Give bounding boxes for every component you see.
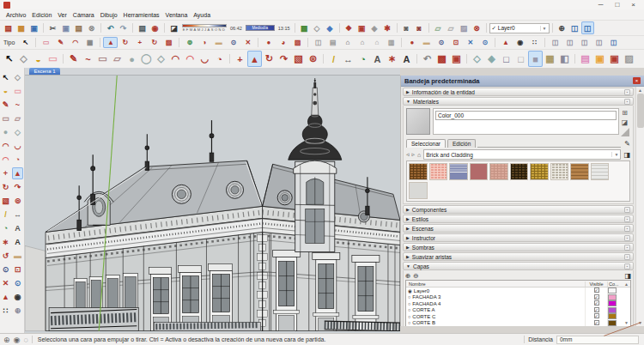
style-builder-icon[interactable]: ◙ <box>413 21 426 34</box>
section-detail-icon[interactable]: ▪ <box>624 99 630 105</box>
position-person-icon[interactable]: ◆ <box>324 21 337 34</box>
scale-sm-icon[interactable]: ▧ <box>161 37 176 48</box>
table-scroll-up-icon[interactable]: ▲ <box>623 281 630 287</box>
layer-radio[interactable]: ○ <box>408 307 410 312</box>
layer-visible-checkbox[interactable]: ✓ <box>594 307 599 312</box>
scene-tab[interactable]: Escena 1 <box>29 68 60 75</box>
arc-icon[interactable]: ◠ <box>168 51 183 67</box>
set-default-icon[interactable]: ◪ <box>622 118 629 126</box>
zoom-window-icon[interactable]: ⊡ <box>448 37 463 48</box>
tab-edicion[interactable]: Edición <box>447 139 476 148</box>
zoom-t-icon[interactable]: ⊙ <box>0 263 11 275</box>
offset-sm-icon[interactable]: ⊚ <box>182 37 197 48</box>
arc-3pt-icon[interactable]: ◡ <box>197 51 212 67</box>
layer-visible-checkbox[interactable]: ✓ <box>594 294 599 300</box>
redo-icon[interactable]: ↷ <box>117 21 130 34</box>
polygon-icon[interactable]: ◇ <box>154 51 168 67</box>
swatch-concrete-light[interactable] <box>409 182 428 199</box>
shadow-dialog-icon[interactable]: ▣ <box>607 51 622 67</box>
paint-sm-icon[interactable]: ● <box>261 37 276 48</box>
eraser-sm-icon[interactable]: ▭ <box>39 37 53 48</box>
swatch-brick-salmon[interactable] <box>429 163 448 180</box>
offset-icon[interactable]: ⊚ <box>306 51 320 67</box>
section-suavizararistas[interactable]: ▶Suavizar aristas▪ <box>403 252 634 261</box>
shelf-icon[interactable]: ▥ <box>384 37 398 48</box>
cabinet-icon[interactable]: ▤ <box>325 37 340 48</box>
scrollbar-thumb[interactable] <box>637 94 644 128</box>
line-sm-icon[interactable]: ✎ <box>53 37 68 48</box>
protractor-t-icon[interactable]: ◔ <box>0 222 11 234</box>
select-t-icon[interactable]: ↖ <box>0 71 11 83</box>
section-detail-icon[interactable]: ▪ <box>624 263 630 269</box>
layer-visible-checkbox[interactable]: ✓ <box>594 300 599 306</box>
followme-sm-icon[interactable]: ↻ <box>118 37 132 48</box>
material-category-dropdown[interactable]: Brick and Cladding ▼ <box>423 149 621 160</box>
add-layer-icon[interactable]: ⊕ <box>405 272 410 280</box>
menu-ver[interactable]: Ver <box>58 12 67 18</box>
hidden-line-icon[interactable]: □ <box>513 51 528 67</box>
section-detail-icon[interactable]: ▪ <box>624 245 630 251</box>
shaded-textures-icon[interactable]: ▦ <box>543 51 557 67</box>
details-icon[interactable]: ◨ <box>623 151 630 159</box>
component-edit-icon[interactable]: ◫ <box>568 21 581 34</box>
building-pair-5-icon[interactable]: ◫ <box>606 37 621 48</box>
circle-icon[interactable]: ● <box>125 51 139 67</box>
extension-warehouse-icon[interactable]: ✱ <box>381 21 394 34</box>
ball-red-icon[interactable]: ● <box>404 37 419 48</box>
section-entity-info[interactable]: ▶ Información de la entidad ▪ <box>403 88 634 96</box>
shadow-toggle-icon[interactable]: ▣ <box>592 51 607 67</box>
shadow-date-icon[interactable]: ▤ <box>578 51 592 67</box>
3dtext-t-icon[interactable]: A <box>12 236 23 248</box>
section-capas[interactable]: ▼ Capas ▪ <box>403 262 634 270</box>
selbox-t-icon[interactable]: ◇ <box>12 71 23 83</box>
swatch-brick-gold[interactable] <box>530 163 549 180</box>
col-nombre[interactable]: Nombre <box>406 281 586 287</box>
menu-ayuda[interactable]: Ayuda <box>193 12 210 18</box>
layer-radio[interactable]: ○ <box>408 294 410 300</box>
tray-close-icon[interactable]: × <box>633 77 641 84</box>
back-arrow-icon[interactable]: ◃ <box>406 151 410 158</box>
match-photo-icon[interactable]: ◇ <box>311 21 324 34</box>
tab-seleccionar[interactable]: Seleccionar <box>406 139 446 148</box>
share-model-icon[interactable]: ▣ <box>355 21 368 34</box>
home-icon[interactable]: ⌂ <box>417 152 421 158</box>
walk-t-icon[interactable]: ∷ <box>0 305 11 317</box>
layer-color-swatch[interactable] <box>608 300 617 306</box>
layer-visible-checkbox[interactable]: ✓ <box>594 313 599 318</box>
rocket-icon[interactable]: ▲ <box>498 37 513 48</box>
minimize-button[interactable]: ─ <box>598 1 604 9</box>
distancia-field[interactable]: 0mm <box>556 336 639 344</box>
look-around-icon[interactable]: ◉ <box>513 37 527 48</box>
monochrome-icon[interactable]: ◧ <box>557 51 572 67</box>
section-outer-icon[interactable]: ⊗ <box>471 21 483 34</box>
section-t-icon[interactable]: ⊕ <box>12 305 23 317</box>
paint-icon[interactable]: ◒ <box>31 51 46 67</box>
move-t-icon[interactable]: + <box>0 167 11 179</box>
dropdown-arrow-icon[interactable]: ▼ <box>540 26 547 31</box>
scale-icon[interactable]: ▧ <box>291 51 306 67</box>
menu-dibujo[interactable]: Dibujo <box>100 12 118 18</box>
layers-detail-icon[interactable]: ◨ <box>624 272 631 280</box>
arc2-t-icon[interactable]: ◡ <box>12 140 23 152</box>
section-materiales[interactable]: ▼ Materiales ▪ <box>403 97 634 106</box>
pan-sm-icon[interactable]: ▬ <box>211 37 226 48</box>
tape-t-icon[interactable]: / <box>0 209 11 221</box>
section-detail-icon[interactable]: ▪ <box>624 226 630 232</box>
follow-me-icon[interactable]: ↷ <box>276 51 291 67</box>
layer-row-corte-a[interactable]: ○CORTE A✓ <box>406 307 630 314</box>
rotate-t-icon[interactable]: ↻ <box>0 181 11 193</box>
pan-t-icon[interactable]: ▬ <box>12 250 23 262</box>
layer-color-swatch[interactable] <box>608 288 617 294</box>
maximize-button[interactable]: □ <box>615 1 619 9</box>
house-1-icon[interactable]: ⌂ <box>340 37 355 48</box>
zoom-ext-2-icon[interactable]: ✕ <box>463 37 477 48</box>
layer-radio[interactable]: ○ <box>408 314 410 319</box>
menu-ventana[interactable]: Ventana <box>166 12 188 18</box>
pushpull-t-icon[interactable]: ▲ <box>12 167 23 179</box>
get-models-icon[interactable]: ◈ <box>368 21 381 34</box>
section-instructor[interactable]: ▶Instructor▪ <box>403 233 634 242</box>
remove-layer-icon[interactable]: ⊖ <box>413 272 418 280</box>
wireframe-icon[interactable]: □ <box>499 51 513 67</box>
building-pair-4-icon[interactable]: ◫ <box>592 37 606 48</box>
table-scroll-down-icon[interactable]: ▼ <box>623 320 630 325</box>
